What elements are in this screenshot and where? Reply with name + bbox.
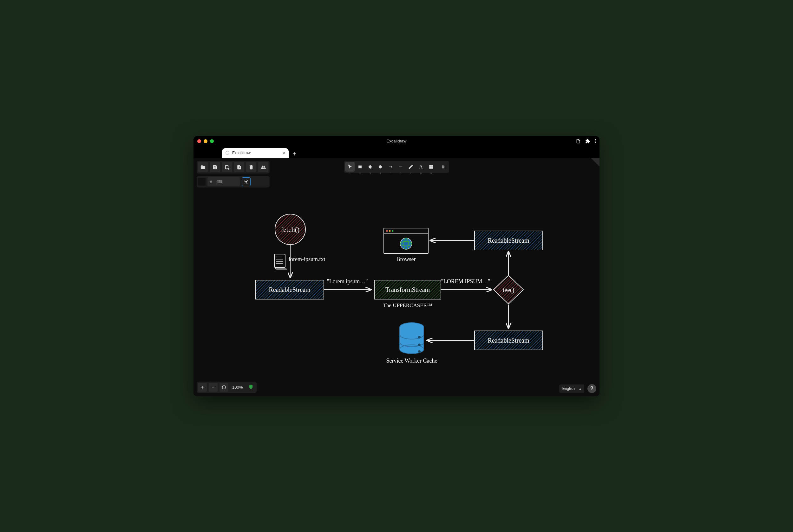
node-service-worker-cache[interactable]: Service Worker Cache xyxy=(386,323,437,364)
svg-text:"Lorem ipsum…": "Lorem ipsum…" xyxy=(327,278,368,285)
svg-point-44 xyxy=(389,230,391,232)
node-browser[interactable]: Browser xyxy=(384,228,428,262)
zoom-controls: + − 100% xyxy=(197,382,257,393)
tab-title: Excalidraw xyxy=(232,151,251,155)
canvas[interactable]: fetch() lorem-ipsum.txt ReadableStream xyxy=(193,158,600,396)
svg-text:Service Worker Cache: Service Worker Cache xyxy=(386,358,437,364)
new-tab-button[interactable]: + xyxy=(289,150,300,158)
svg-point-0 xyxy=(226,151,229,154)
language-select[interactable]: English xyxy=(559,384,584,393)
svg-point-46 xyxy=(400,238,412,249)
file-icon: lorem-ipsum.txt xyxy=(274,254,326,269)
svg-text:tee(): tee() xyxy=(503,286,515,294)
svg-point-43 xyxy=(386,230,388,232)
zoom-reset-button[interactable] xyxy=(219,383,228,392)
svg-text:lorem-ipsum.txt: lorem-ipsum.txt xyxy=(289,256,326,262)
minimize-window-button[interactable] xyxy=(204,139,208,143)
help-button[interactable]: ? xyxy=(587,384,596,393)
svg-text:"LOREM IPSUM…": "LOREM IPSUM…" xyxy=(441,278,490,285)
document-icon[interactable] xyxy=(576,139,581,144)
node-fetch[interactable]: fetch() xyxy=(275,214,306,245)
node-tee[interactable]: tee() xyxy=(494,276,523,304)
close-window-button[interactable] xyxy=(197,139,201,143)
svg-text:fetch(): fetch() xyxy=(281,226,300,233)
node-readable-stream-3[interactable]: ReadableStream xyxy=(475,331,543,350)
more-menu-icon[interactable] xyxy=(595,139,596,143)
svg-point-59 xyxy=(418,350,421,353)
arrow-readable1-to-transform[interactable]: "Lorem ipsum…" xyxy=(324,278,371,290)
svg-point-58 xyxy=(418,344,421,346)
titlebar: Excalidraw xyxy=(193,136,600,146)
extensions-icon[interactable] xyxy=(585,139,590,144)
svg-point-57 xyxy=(418,336,421,339)
zoom-out-button[interactable]: − xyxy=(209,383,218,392)
footer-controls: English ▲ ? xyxy=(559,384,596,393)
zoom-in-button[interactable]: + xyxy=(198,383,207,392)
app-window: Excalidraw Excalidraw × + xyxy=(193,136,600,396)
svg-text:ReadableStream: ReadableStream xyxy=(269,286,310,293)
tabstrip: Excalidraw × + xyxy=(193,146,600,158)
node-readable-stream-1[interactable]: ReadableStream xyxy=(256,280,324,299)
node-readable-stream-2[interactable]: ReadableStream xyxy=(475,231,543,250)
svg-point-45 xyxy=(392,230,394,232)
node-transform-stream[interactable]: TransformStream The UPPERCASER™ xyxy=(374,280,441,308)
excalidraw-app: # 1 2 3 4 xyxy=(193,158,600,396)
encryption-shield-icon[interactable] xyxy=(247,384,255,390)
window-title: Excalidraw xyxy=(387,139,407,144)
close-tab-icon[interactable]: × xyxy=(283,150,286,155)
maximize-window-button[interactable] xyxy=(210,139,214,143)
svg-text:The UPPERCASER™: The UPPERCASER™ xyxy=(383,302,432,308)
svg-text:TransformStream: TransformStream xyxy=(385,286,430,293)
zoom-level: 100% xyxy=(230,385,245,390)
tab-favicon-icon xyxy=(225,151,230,155)
svg-text:Browser: Browser xyxy=(396,256,416,262)
svg-rect-23 xyxy=(274,254,285,267)
svg-text:ReadableStream: ReadableStream xyxy=(487,237,529,244)
arrow-transform-to-tee[interactable]: "LOREM IPSUM…" xyxy=(441,278,492,290)
traffic-lights xyxy=(197,139,214,143)
browser-tab[interactable]: Excalidraw × xyxy=(222,148,289,158)
svg-text:ReadableStream: ReadableStream xyxy=(487,337,529,344)
